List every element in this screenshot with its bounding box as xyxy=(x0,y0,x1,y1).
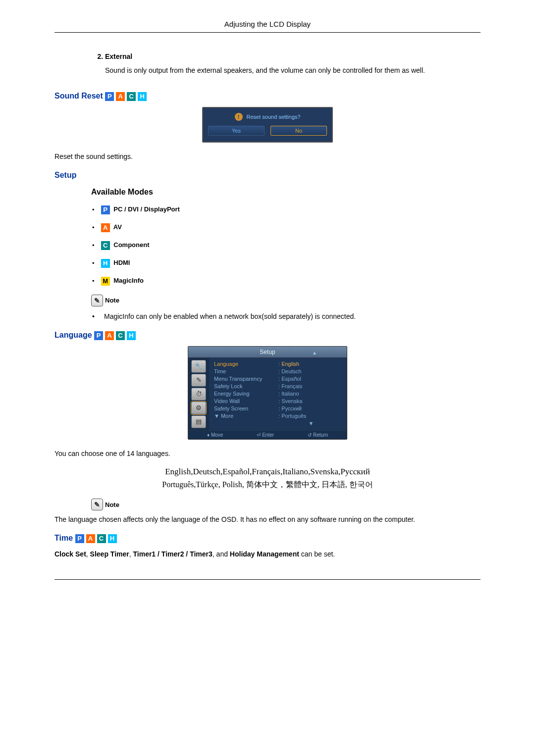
sound-reset-desc: Reset the sound settings. xyxy=(54,151,481,162)
arrow-down-icon: ▼ xyxy=(278,420,344,426)
mode-av: • A AV xyxy=(92,223,481,232)
reset-yes-button[interactable]: Yes xyxy=(208,126,265,136)
osd-sidebar-icon[interactable]: 🔧 xyxy=(191,360,206,373)
h-badge-icon: H xyxy=(138,92,147,101)
osd-label[interactable]: Safety Screen xyxy=(214,405,278,411)
osd-value[interactable]: Português xyxy=(278,413,344,419)
osd-sidebar-icon[interactable]: ▤ xyxy=(191,415,206,428)
available-modes-heading: Available Modes xyxy=(91,188,481,197)
osd-label[interactable]: Menu Transparency xyxy=(214,376,278,382)
time-desc: Clock Set, Sleep Timer, Timer1 / Timer2 … xyxy=(54,549,481,559)
osd-title: Setup ▲ xyxy=(188,347,347,358)
language-note-text: The language chosen affects only the lan… xyxy=(54,514,481,525)
a-badge-icon: A xyxy=(105,331,114,340)
setup-note-label: ✎ Note xyxy=(91,295,481,306)
mode-hdmi: • H HDMI xyxy=(92,259,481,268)
language-osd-menu: Setup ▲ 🔧 ✎ ⏱ ⚙ ▤ Language Time Menu Tra… xyxy=(188,346,347,440)
mode-magicinfo: • M MagicInfo xyxy=(92,277,481,286)
p-badge-icon: P xyxy=(94,331,103,340)
mode-component: • C Component xyxy=(92,241,481,250)
h-badge-icon: H xyxy=(127,331,136,340)
language-intro: You can choose one of 14 languages. xyxy=(54,449,481,459)
osd-value[interactable]: Italiano xyxy=(278,391,344,397)
language-heading: Language PACH xyxy=(54,331,481,340)
p-badge-icon: P xyxy=(75,534,84,543)
osd-label[interactable]: Language xyxy=(214,361,278,367)
warn-icon: ! xyxy=(235,113,243,121)
a-badge-icon: A xyxy=(101,223,110,232)
c-badge-icon: C xyxy=(116,331,125,340)
external-desc: Sound is only output from the external s… xyxy=(105,65,481,76)
osd-foot-move: ♦ Move xyxy=(207,432,223,438)
c-badge-icon: C xyxy=(127,92,136,101)
osd-value[interactable]: Español xyxy=(278,376,344,382)
note-icon: ✎ xyxy=(91,499,103,510)
time-heading: Time PACH xyxy=(54,534,481,543)
osd-footer: ♦ Move ⏎ Enter ↺ Return xyxy=(188,430,347,439)
reset-no-button[interactable]: No xyxy=(270,126,327,136)
page-header: Adjusting the LCD Display xyxy=(54,20,481,33)
language-list: English,Deutsch,Español,Français,Italian… xyxy=(54,465,481,491)
osd-label[interactable]: Energy Saving xyxy=(214,391,278,397)
modes-list: • P PC / DVI / DisplayPort • A AV • C Co… xyxy=(92,205,481,286)
osd-value[interactable]: Français xyxy=(278,383,344,389)
setup-note-text: MagicInfo can only be enabled when a net… xyxy=(104,312,356,320)
p-badge-icon: P xyxy=(101,205,110,214)
osd-value[interactable]: Русский xyxy=(278,405,344,411)
setup-heading: Setup xyxy=(54,171,481,180)
setup-note-list: •MagicInfo can only be enabled when a ne… xyxy=(92,311,481,322)
osd-value[interactable]: Deutsch xyxy=(278,368,344,374)
p-badge-icon: P xyxy=(105,92,114,101)
osd-sidebar: 🔧 ✎ ⏱ ⚙ ▤ xyxy=(188,358,209,430)
reset-sound-dialog: ! Reset sound settings? Yes No xyxy=(202,107,333,143)
sound-reset-heading: Sound Reset PACH xyxy=(54,92,481,101)
a-badge-icon: A xyxy=(116,92,125,101)
c-badge-icon: C xyxy=(97,534,106,543)
h-badge-icon: H xyxy=(108,534,117,543)
footer-rule xyxy=(54,579,481,580)
osd-sidebar-icon[interactable]: ⚙ xyxy=(191,402,206,414)
note-icon: ✎ xyxy=(91,295,103,306)
osd-label[interactable]: Time xyxy=(214,368,278,374)
arrow-up-icon: ▲ xyxy=(312,348,317,358)
osd-value[interactable]: English xyxy=(278,361,344,367)
h-badge-icon: H xyxy=(101,259,110,268)
osd-label[interactable]: ▼ More xyxy=(214,413,278,419)
osd-value[interactable]: Svenska xyxy=(278,398,344,404)
osd-foot-return: ↺ Return xyxy=(308,432,328,438)
osd-label[interactable]: Video Wall xyxy=(214,398,278,404)
mode-pc: • P PC / DVI / DisplayPort xyxy=(92,205,481,214)
osd-label[interactable]: Safety Lock xyxy=(214,383,278,389)
a-badge-icon: A xyxy=(86,534,95,543)
osd-sidebar-icon[interactable]: ✎ xyxy=(191,374,206,387)
m-badge-icon: M xyxy=(101,277,110,286)
osd-foot-enter: ⏎ Enter xyxy=(257,432,274,438)
external-label: External xyxy=(105,52,132,60)
reset-prompt: Reset sound settings? xyxy=(247,114,301,120)
osd-sidebar-icon[interactable]: ⏱ xyxy=(191,388,206,401)
external-list: External Sound is only output from the e… xyxy=(91,52,481,83)
c-badge-icon: C xyxy=(101,241,110,250)
language-note-label: ✎ Note xyxy=(91,499,481,510)
